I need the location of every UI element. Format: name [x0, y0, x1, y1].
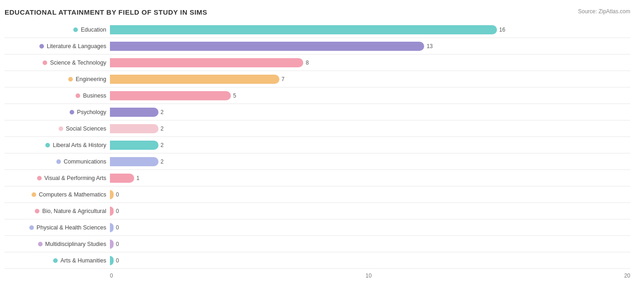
bar-track: 5: [110, 87, 630, 104]
bar-fill: 7: [110, 75, 279, 84]
bar-value-label: 2: [161, 142, 164, 148]
bar-label: Psychology: [5, 109, 110, 115]
bar-row: Social Sciences2: [5, 120, 630, 137]
label-dot: [38, 242, 43, 246]
x-axis-label: 0: [110, 273, 113, 279]
x-axis: 01020: [110, 273, 630, 279]
label-dot: [56, 159, 61, 164]
bar-track: 2: [110, 120, 630, 136]
bar-track: 2: [110, 153, 630, 169]
bar-label-text: Science & Technology: [50, 60, 106, 66]
label-dot: [37, 176, 42, 180]
bars-area: Education16Literature & Languages13Scien…: [5, 22, 630, 269]
bar-label: Physical & Health Sciences: [5, 224, 110, 231]
bar-label-text: Social Sciences: [66, 125, 106, 132]
bar-value-label: 7: [282, 76, 285, 82]
bar-row: Education16: [5, 22, 630, 38]
bar-track: 0: [110, 236, 630, 252]
bar-label: Arts & Humanities: [5, 257, 110, 264]
label-dot: [59, 126, 63, 131]
bar-label-text: Multidisciplinary Studies: [45, 241, 106, 247]
bar-value-label: 0: [116, 208, 119, 214]
bar-label: Engineering: [5, 76, 110, 82]
bar-row: Science & Technology8: [5, 55, 630, 71]
bar-row: Engineering7: [5, 71, 630, 87]
bar-label: Liberal Arts & History: [5, 142, 110, 148]
bar-label-text: Bio, Nature & Agricultural: [42, 208, 106, 214]
label-dot: [45, 143, 50, 147]
bar-label-text: Literature & Languages: [47, 43, 106, 49]
label-dot: [76, 93, 80, 98]
bar-row: Bio, Nature & Agricultural0: [5, 203, 630, 219]
chart-title: EDUCATIONAL ATTAINMENT BY FIELD OF STUDY…: [5, 8, 207, 16]
bar-value-label: 2: [161, 109, 164, 115]
bar-track: 16: [110, 22, 630, 38]
label-dot: [29, 225, 34, 230]
label-dot: [68, 77, 73, 82]
bar-value-label: 0: [116, 257, 119, 264]
bar-row: Liberal Arts & History2: [5, 137, 630, 153]
bar-label: Business: [5, 93, 110, 99]
bar-fill: 0: [110, 207, 114, 216]
bar-fill: 2: [110, 108, 158, 117]
bar-row: Literature & Languages13: [5, 38, 630, 55]
bar-label-text: Psychology: [77, 109, 106, 115]
label-dot: [73, 27, 78, 32]
bar-track: 0: [110, 252, 630, 268]
bar-fill: 0: [110, 256, 114, 265]
x-axis-label: 10: [366, 273, 371, 279]
bar-label-text: Education: [81, 27, 106, 33]
bar-label-text: Liberal Arts & History: [53, 142, 106, 148]
bar-row: Physical & Health Sciences0: [5, 219, 630, 236]
bar-label: Literature & Languages: [5, 43, 110, 49]
bar-value-label: 1: [136, 175, 140, 181]
bar-row: Computers & Mathematics0: [5, 186, 630, 203]
bar-track: 2: [110, 137, 630, 153]
label-dot: [53, 258, 58, 263]
bar-label-text: Visual & Performing Arts: [44, 175, 106, 181]
bar-label-text: Physical & Health Sciences: [37, 224, 106, 231]
bar-track: 0: [110, 219, 630, 235]
bar-fill: 2: [110, 157, 158, 166]
chart-header: EDUCATIONAL ATTAINMENT BY FIELD OF STUDY…: [5, 8, 630, 16]
bar-fill: 8: [110, 58, 303, 67]
bar-label: Social Sciences: [5, 125, 110, 132]
bar-fill: 0: [110, 190, 114, 199]
bar-fill: 1: [110, 174, 134, 183]
bar-fill: 13: [110, 42, 424, 51]
label-dot: [43, 60, 47, 65]
bar-track: 13: [110, 38, 630, 54]
bar-label-text: Arts & Humanities: [60, 257, 106, 264]
x-axis-label: 20: [624, 273, 630, 279]
bar-value-label: 8: [306, 60, 309, 66]
bar-row: Multidisciplinary Studies0: [5, 236, 630, 252]
bar-label-text: Engineering: [76, 76, 106, 82]
bar-label-text: Computers & Mathematics: [39, 191, 106, 198]
bar-value-label: 0: [116, 241, 119, 247]
chart-source: Source: ZipAtlas.com: [578, 8, 630, 15]
bar-track: 7: [110, 71, 630, 87]
bar-track: 2: [110, 104, 630, 120]
bar-fill: 2: [110, 124, 158, 133]
bar-label: Bio, Nature & Agricultural: [5, 208, 110, 214]
bar-value-label: 13: [426, 43, 432, 49]
bar-label: Education: [5, 27, 110, 33]
bar-row: Communications2: [5, 153, 630, 170]
bar-value-label: 2: [161, 125, 164, 132]
bar-value-label: 0: [116, 224, 119, 231]
chart-container: EDUCATIONAL ATTAINMENT BY FIELD OF STUDY…: [0, 0, 644, 289]
bar-track: 1: [110, 170, 630, 186]
bar-label-text: Communications: [64, 158, 106, 165]
label-dot: [39, 44, 44, 49]
label-dot: [32, 192, 36, 197]
bar-track: 8: [110, 55, 630, 71]
x-axis-labels: 01020: [110, 273, 630, 279]
bar-track: 0: [110, 203, 630, 219]
bar-value-label: 5: [233, 93, 236, 99]
bar-fill: 5: [110, 91, 231, 100]
bar-fill: 0: [110, 240, 114, 249]
bar-label-text: Business: [83, 93, 106, 99]
bar-label: Science & Technology: [5, 60, 110, 66]
bar-row: Psychology2: [5, 104, 630, 120]
bar-label: Communications: [5, 158, 110, 165]
